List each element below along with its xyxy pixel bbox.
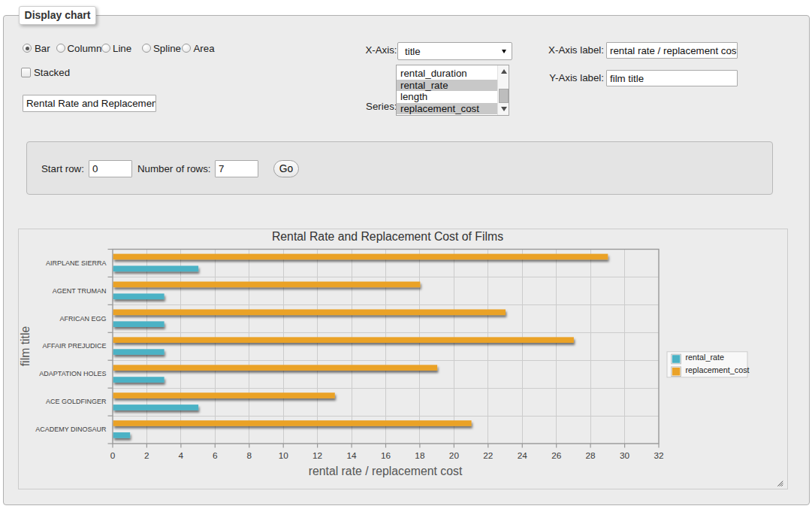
svg-text:AFRICAN EGG: AFRICAN EGG <box>59 315 106 323</box>
svg-text:16: 16 <box>381 450 391 461</box>
svg-text:8: 8 <box>247 450 252 461</box>
svg-text:ACE GOLDFINGER: ACE GOLDFINGER <box>46 398 107 405</box>
svg-text:ADAPTATION HOLES: ADAPTATION HOLES <box>39 370 106 377</box>
svg-text:ACADEMY DINOSAUR: ACADEMY DINOSAUR <box>35 426 107 433</box>
svg-text:14: 14 <box>347 450 358 461</box>
svg-text:10: 10 <box>279 450 289 461</box>
svg-text:22: 22 <box>483 450 493 461</box>
svg-text:28: 28 <box>586 450 596 461</box>
svg-text:rental_rate: rental_rate <box>685 353 724 362</box>
svg-text:replacement_cost: replacement_cost <box>685 365 749 374</box>
svg-text:0: 0 <box>110 450 116 461</box>
svg-text:20: 20 <box>449 450 460 461</box>
svg-text:AGENT TRUMAN: AGENT TRUMAN <box>53 287 107 295</box>
svg-text:30: 30 <box>620 450 630 461</box>
svg-text:AFFAIR PREJUDICE: AFFAIR PREJUDICE <box>42 342 106 350</box>
svg-text:2: 2 <box>144 450 149 461</box>
svg-text:24: 24 <box>518 450 528 461</box>
svg-text:film title: film title <box>19 326 32 367</box>
svg-text:18: 18 <box>415 450 425 461</box>
svg-text:32: 32 <box>654 450 663 461</box>
svg-text:AIRPLANE SIERRA: AIRPLANE SIERRA <box>46 259 107 267</box>
svg-text:rental rate / replacement cost: rental rate / replacement cost <box>309 465 463 477</box>
svg-text:12: 12 <box>312 450 322 461</box>
svg-text:26: 26 <box>551 450 562 461</box>
svg-text:Rental Rate and Replacement Co: Rental Rate and Replacement Cost of Film… <box>272 230 503 243</box>
svg-text:6: 6 <box>213 450 218 461</box>
svg-text:4: 4 <box>179 450 184 461</box>
